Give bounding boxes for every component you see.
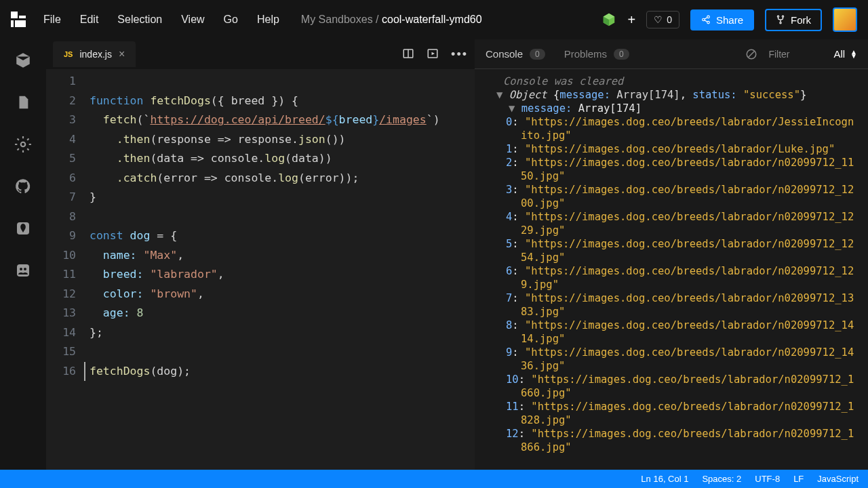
svg-point-5 [777,16,778,17]
console-message-array[interactable]: ▼ message: Array[174] [491,102,859,115]
svg-line-17 [749,51,755,57]
menu-go[interactable]: Go [224,14,238,26]
sidebar-settings[interactable] [14,136,32,153]
chevron-updown-icon: ▲▼ [850,50,857,58]
breadcrumb-prefix: My Sandboxes / [301,14,382,25]
status-spaces[interactable]: Spaces: 2 [702,474,741,484]
console-array-item[interactable]: 0: "https://images.dog.ceo/breeds/labrad… [484,115,859,142]
menu-file[interactable]: File [43,14,61,26]
svg-point-2 [707,21,710,24]
sidebar-live[interactable] [14,262,32,279]
console-array-item[interactable]: 4: "https://images.dog.ceo/breeds/labrad… [484,210,859,237]
status-eol[interactable]: LF [793,474,804,484]
clear-console-icon[interactable] [745,48,757,60]
console-array-item[interactable]: 11: "https://images.dog.ceo/breeds/labra… [484,400,859,427]
svg-point-12 [24,268,26,270]
likes-count: 0 [667,14,672,25]
status-language[interactable]: JavaScript [817,474,859,484]
menu-selection[interactable]: Selection [117,14,162,26]
svg-point-8 [21,142,26,147]
console-array-item[interactable]: 9: "https://images.dog.ceo/breeds/labrad… [484,346,859,373]
menu-help[interactable]: Help [257,14,279,26]
status-position[interactable]: Ln 16, Col 1 [641,474,688,484]
menu-view[interactable]: View [181,14,204,26]
heart-icon: ♡ [654,14,663,25]
svg-line-4 [705,20,707,22]
console-output[interactable]: Console was cleared ▼ Object {message: A… [475,69,868,470]
svg-point-1 [703,18,705,21]
breadcrumb-current: cool-waterfall-ymd60 [382,14,482,25]
avatar[interactable] [833,7,857,32]
fork-label: Fork [791,14,811,26]
app-logo[interactable] [11,12,27,28]
preview-icon[interactable] [427,47,439,62]
tab-problems[interactable]: Problems 0 [564,48,629,60]
fork-button[interactable]: Fork [765,9,822,31]
console-array-item[interactable]: 5: "https://images.dog.ceo/breeds/labrad… [484,237,859,264]
filter-select[interactable]: All ▲▼ [833,48,857,60]
tab-indexjs[interactable]: JS index.js × [53,41,136,67]
svg-point-0 [707,16,710,18]
sidebar-github[interactable] [14,178,32,195]
split-editor-icon[interactable] [402,47,414,62]
console-array-item[interactable]: 8: "https://images.dog.ceo/breeds/labrad… [484,319,859,346]
console-object-root[interactable]: ▼ Object {message: Array[174], status: "… [491,88,859,102]
problems-count-badge: 0 [614,49,629,60]
share-button[interactable]: Share [690,9,754,30]
sidebar-explorer[interactable] [14,52,32,69]
share-label: Share [716,14,743,26]
console-cleared-msg: Console was cleared [484,75,859,88]
console-array-item[interactable]: 12: "https://images.dog.ceo/breeds/labra… [484,427,859,454]
console-array-item[interactable]: 10: "https://images.dog.ceo/breeds/labra… [484,373,859,400]
svg-line-3 [705,18,707,19]
add-icon[interactable]: + [627,12,635,28]
console-array-item[interactable]: 3: "https://images.dog.ceo/breeds/labrad… [484,183,859,210]
cursor [84,362,85,381]
sidebar-file[interactable] [14,94,32,111]
tab-console[interactable]: Console 0 [486,48,545,60]
svg-point-7 [780,22,781,24]
console-array-item[interactable]: 7: "https://images.dog.ceo/breeds/labrad… [484,291,859,319]
tab-label: index.js [79,49,111,60]
console-array-item[interactable]: 2: "https://images.dog.ceo/breeds/labrad… [484,156,859,183]
code-content[interactable]: function fetchDogs({ breed }) { fetch(`h… [84,69,475,470]
tab-close-icon[interactable]: × [119,48,125,60]
more-icon[interactable]: ••• [451,47,468,62]
likes-button[interactable]: ♡ 0 [646,11,679,28]
console-array-item[interactable]: 6: "https://images.dog.ceo/breeds/labrad… [484,264,859,291]
line-gutter: 12345678910111213141516 [46,69,84,470]
console-array-item[interactable]: 1: "https://images.dog.ceo/breeds/labrad… [484,142,859,156]
deps-icon[interactable] [601,12,616,27]
svg-point-11 [20,268,22,270]
js-badge: JS [64,50,73,58]
code-editor[interactable]: 12345678910111213141516 function fetchDo… [46,69,475,470]
svg-rect-10 [17,264,29,277]
svg-point-6 [782,16,783,17]
status-encoding[interactable]: UTF-8 [755,474,780,484]
breadcrumb[interactable]: My Sandboxes / cool-waterfall-ymd60 [301,14,482,26]
console-count-badge: 0 [530,49,545,60]
sidebar-deploy[interactable] [14,220,32,237]
filter-input[interactable]: Filter [768,49,823,60]
menu-edit[interactable]: Edit [80,14,99,26]
